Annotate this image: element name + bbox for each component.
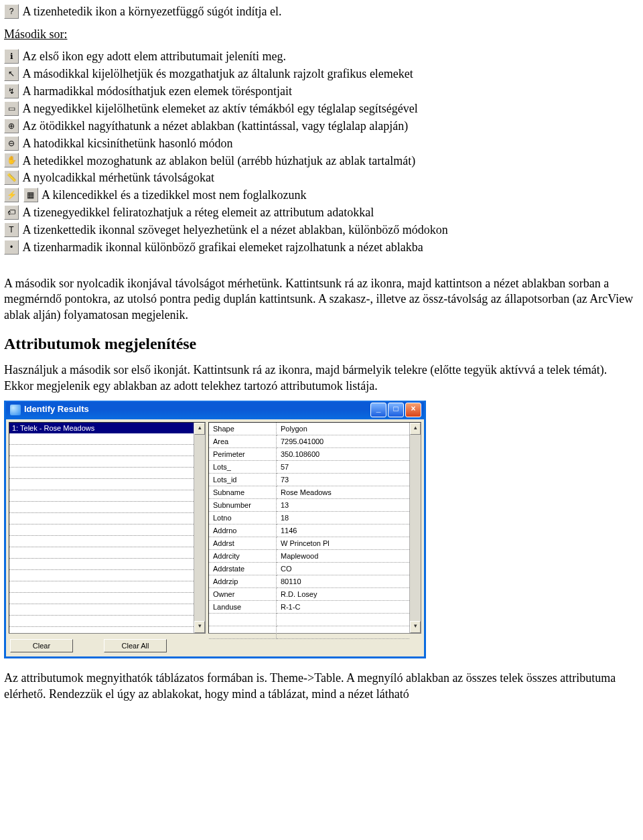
second-row-label: Második sor: (4, 27, 639, 42)
attribute-row[interactable]: OwnerR.D. Losey (209, 587, 409, 600)
row2-item13: A tizenharmadik ikonnal különböző grafik… (23, 240, 423, 254)
row2-item1: Az első ikon egy adott elem attributumai… (23, 50, 286, 63)
row2-item2: A másodikkal kijelölhetjük és mozgathatj… (23, 67, 413, 80)
clear-button[interactable]: Clear (10, 639, 73, 652)
row2-item12: A tizenkettedik ikonnal szöveget helyezh… (23, 223, 448, 236)
row2-item3: A harmadikkal módosíthatjuk ezen elemek … (23, 84, 292, 98)
row2-item4: A negyedikkel kijelölhetünk elemeket az … (23, 102, 418, 115)
pointer-icon[interactable]: ↖ (4, 66, 19, 81)
attribute-key: Addrno (209, 524, 277, 537)
attribute-value: 80110 (277, 575, 410, 587)
scroll-down-icon[interactable]: ▾ (194, 621, 205, 633)
attribute-value: R-1-C (277, 600, 410, 613)
tool10-icon[interactable]: ▦ (23, 188, 38, 202)
attribute-value: Polygon (277, 423, 410, 435)
row2-item8: A nyolcadikkal mérhetünk távolságokat (23, 171, 214, 184)
attribute-row[interactable]: ShapePolygon (209, 423, 409, 435)
attribute-value: 7295.041000 (277, 435, 410, 447)
maximize-button[interactable]: □ (388, 403, 404, 417)
attribute-row[interactable]: Lots_57 (209, 460, 409, 473)
attribute-key: Subnumber (209, 498, 277, 511)
attribute-key: Subname (209, 486, 277, 498)
scroll-down-icon[interactable]: ▾ (410, 621, 421, 633)
attribute-row[interactable]: Area7295.041000 (209, 435, 409, 447)
attribute-value: 350.108600 (277, 447, 410, 460)
attribute-key: Shape (209, 423, 277, 435)
clear-all-button[interactable]: Clear All (104, 639, 167, 652)
attribute-value: 18 (277, 511, 410, 524)
attribute-value: 13 (277, 498, 410, 511)
attribute-row[interactable]: SubnameRose Meadows (209, 486, 409, 498)
attribute-row[interactable]: Perimeter350.108600 (209, 447, 409, 460)
attribute-value: Rose Meadows (277, 486, 410, 498)
attribute-table: ShapePolygonArea7295.041000Perimeter350.… (209, 423, 409, 639)
attribute-key: Area (209, 435, 277, 447)
zoom-in-icon[interactable]: ⊕ (4, 119, 19, 133)
attribute-row[interactable]: Addrno1146 (209, 524, 409, 537)
attribute-value: Maplewood (277, 549, 410, 562)
attribute-key: Lots_ (209, 460, 277, 473)
attribute-value: 57 (277, 460, 410, 473)
attribute-row[interactable]: AddrcityMaplewood (209, 549, 409, 562)
feature-list-pane[interactable]: 1: Telek - Rose Meadows ▴ ▾ (9, 422, 206, 634)
attribute-value: 1146 (277, 524, 410, 537)
attribute-key: Lots_id (209, 473, 277, 486)
info-icon[interactable]: ℹ (4, 49, 19, 64)
identify-results-dialog: Identify Results _ □ × 1: Telek - Rose M… (4, 401, 426, 658)
measure-icon[interactable]: 📏 (4, 170, 19, 185)
attribute-key: Landuse (209, 600, 277, 613)
minimize-button[interactable]: _ (370, 403, 386, 417)
list-scrollbar[interactable]: ▴ ▾ (194, 423, 205, 633)
tool9-icon[interactable]: ⚡ (4, 188, 19, 202)
attribute-key: Addrcity (209, 549, 277, 562)
row2-item6: A hatodikkal kicsiníthetünk hasonló módo… (23, 137, 233, 150)
dialog-title: Identify Results (24, 404, 89, 415)
attribute-key: Lotno (209, 511, 277, 524)
dialog-titlebar[interactable]: Identify Results _ □ × (6, 401, 424, 419)
app-icon (10, 405, 21, 415)
attributes-paragraph: Használjuk a második sor első ikonját. K… (4, 362, 639, 394)
attribute-row[interactable]: LanduseR-1-C (209, 600, 409, 613)
rectangle-select-icon[interactable]: ▭ (4, 101, 19, 116)
attr-scrollbar[interactable]: ▴ ▾ (409, 423, 421, 633)
section-title-attributes: Attributumok megjelenítése (4, 334, 639, 354)
attribute-key: Addrst (209, 537, 277, 549)
row2-item7: A hetedikkel mozoghatunk az ablakon belü… (23, 154, 416, 167)
attribute-row[interactable]: Subnumber13 (209, 498, 409, 511)
close-button[interactable]: × (405, 403, 421, 417)
zoom-out-icon[interactable]: ⊖ (4, 136, 19, 151)
text-icon[interactable]: T (4, 222, 19, 237)
scroll-up-icon[interactable]: ▴ (194, 423, 205, 435)
attribute-row[interactable]: Addrzip80110 (209, 575, 409, 587)
attribute-value: W Princeton Pl (277, 537, 410, 549)
attribute-value: R.D. Losey (277, 587, 410, 600)
label-icon[interactable]: 🏷 (4, 205, 19, 220)
row2-item5: Az ötödikkel nagyíthatunk a nézet ablakb… (23, 119, 409, 133)
table-paragraph: Az attributumok megnyithatók táblázatos … (4, 671, 639, 702)
attribute-row[interactable]: AddrstW Princeton Pl (209, 537, 409, 549)
attribute-key: Addrzip (209, 575, 277, 587)
attribute-key: Owner (209, 587, 277, 600)
attribute-value: 73 (277, 473, 410, 486)
help-icon[interactable]: ? (4, 4, 19, 19)
attribute-row[interactable]: Lots_id73 (209, 473, 409, 486)
draw-icon[interactable]: • (4, 240, 19, 255)
attribute-key: Addrstate (209, 562, 277, 575)
row2-item9-10: A kilencedikkel és a tizedikkel most nem… (42, 188, 306, 202)
pan-icon[interactable]: ✋ (4, 153, 19, 167)
vertex-edit-icon[interactable]: ↯ (4, 84, 19, 98)
attribute-value: CO (277, 562, 410, 575)
scroll-up-icon[interactable]: ▴ (410, 423, 421, 435)
line-17-text: A tizenhetedik ikon a környezetfüggő súg… (23, 5, 282, 18)
attribute-pane[interactable]: ShapePolygonArea7295.041000Perimeter350.… (208, 422, 421, 634)
attribute-key: Perimeter (209, 447, 277, 460)
attribute-row[interactable]: AddrstateCO (209, 562, 409, 575)
attribute-row[interactable]: Lotno18 (209, 511, 409, 524)
selected-feature-row[interactable]: 1: Telek - Rose Meadows (9, 423, 194, 433)
row2-item11: A tizenegyedikkel feliratozhatjuk a réte… (23, 206, 374, 219)
measure-paragraph: A második sor nyolcadik ikonjával távols… (4, 276, 639, 323)
